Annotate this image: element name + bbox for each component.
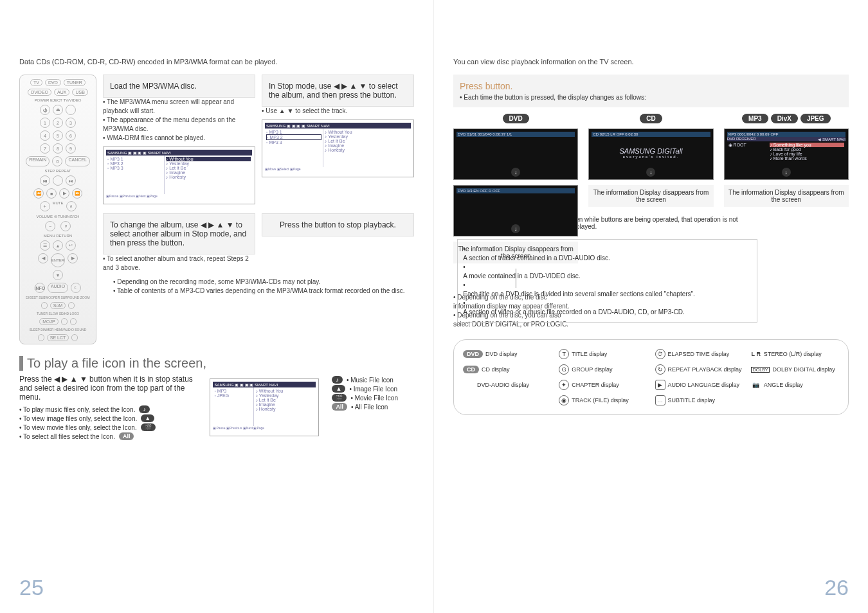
mp3-badge: MP3: [742, 114, 768, 123]
play-icon-lead: Press the ◀ ▶ ▲ ▼ button when it is in s…: [19, 375, 197, 402]
music-file-icon: ♪: [139, 405, 150, 413]
divx-badge: DivX: [771, 114, 798, 123]
press-title: Press button.: [460, 81, 513, 91]
step2-note: • Use ▲ ▼ to select the track.: [262, 107, 414, 116]
step3-note: • To select another album and track, rep…: [103, 254, 255, 272]
legend-music-icon: ♪: [332, 376, 343, 384]
remote-column: TVDVDTUNER DVIDEOAUXUSB POWER EJECT TV/V…: [19, 75, 96, 344]
step3-text: To change the album, use ◀ ▶ ▲ ▼ to sele…: [110, 220, 246, 247]
step-indicator-1a: ↓: [511, 168, 520, 177]
legend-all-icon: All: [332, 403, 347, 411]
mp3-column: MP3 DivX JPEG MP3 0001/0042 0:00:09 OFF …: [724, 114, 849, 329]
definitions-box: • A section of tracks contained in a DVD…: [457, 239, 757, 323]
movie-file-icon: 🎬: [141, 423, 156, 431]
cd-badge: CD: [640, 114, 662, 123]
page-right: You can view disc playback information o…: [434, 0, 868, 613]
step1-notes: • The MP3/WMA menu screen will appear an…: [103, 98, 255, 143]
legend-stereo-icon: L R: [751, 349, 761, 359]
step-indicator-mp3: ↓: [782, 168, 791, 177]
legend-title-icon: T: [559, 349, 569, 359]
footnotes: • Depending on the recording mode, some …: [103, 278, 414, 296]
dvd-badge: DVD: [503, 114, 529, 123]
press-box: Press button. • Each time the button is …: [453, 75, 849, 107]
cd-screen: CD 02/15 LR OFF 0:02:30 SAMSUNG DIGITall…: [588, 129, 713, 180]
step2-box: In Stop mode, use ◀ ▶ ▲ ▼ to select the …: [262, 75, 414, 107]
page-number-left: 25: [19, 575, 44, 600]
screen-sample-1: SAMSUNG ▣ ▣ ▣ ▣ SMART NAVI ◦ MP3 1 ◦ MP3…: [103, 147, 255, 204]
legend-chapter-icon: ✦: [559, 380, 569, 390]
cd-column: CD CD 02/15 LR OFF 0:02:30 SAMSUNG DIGIT…: [588, 114, 713, 329]
screen-sample-3: SAMSUNG ▣ ▣ ▣ ▣ SMART NAVI ◦ MP3 ◦ JPEG …: [210, 378, 319, 436]
page-left: Data CDs (CD-ROM, CD-R, CD-RW) encoded i…: [0, 0, 434, 613]
steps-column: Load the MP3/WMA disc. • The MP3/WMA men…: [103, 75, 414, 344]
legend-repeat-icon: ↻: [655, 364, 665, 375]
intro-left: Data CDs (CD-ROM, CD-R, CD-RW) encoded i…: [19, 58, 414, 66]
play-icon-title: To play a file icon in the screen,: [19, 356, 414, 371]
legend-audiolang-icon: ▶: [655, 380, 665, 390]
legend-box: DVDDVD display TTITLE display ⏱ELAPSED T…: [453, 339, 849, 415]
step3-box: To change the album, use ◀ ▶ ▲ ▼ to sele…: [103, 213, 255, 254]
mp3-info: The information Display disappears from …: [724, 185, 849, 207]
page-number-right: 26: [824, 575, 849, 600]
legend-movie-icon: 🎬: [332, 394, 347, 402]
image-file-icon: ▲: [141, 414, 154, 422]
step4-text: Press the button to stop playback.: [280, 220, 396, 229]
step4-box: Press the button to stop playback.: [262, 213, 414, 236]
legend-track-icon: ◉: [559, 395, 569, 405]
intro-right: You can view disc playback information o…: [453, 58, 849, 66]
dvd-screen-1: DVD 01/01 001/040 0:00:37 1/1 ↓: [453, 129, 578, 180]
step-indicator-1b: ↓: [511, 224, 520, 233]
mp3-screen: MP3 0001/0042 0:00:09 OFF DVD RECEIVER◀ …: [724, 129, 849, 180]
all-file-icon: All: [119, 432, 134, 440]
legend-elapsed-icon: ⏱: [655, 349, 665, 359]
legend-image-icon: ▲: [332, 385, 345, 393]
legend-group-icon: G: [559, 364, 569, 375]
step-indicator-cd: ↓: [646, 168, 655, 177]
step2-text: In Stop mode, use ◀ ▶ ▲ ▼ to select the …: [269, 82, 398, 100]
press-sub: • Each time the button is pressed, the d…: [460, 94, 842, 101]
cd-info: The information Display disappears from …: [588, 185, 713, 207]
remote-control: TVDVDTUNER DVIDEOAUXUSB POWER EJECT TV/V…: [19, 75, 96, 344]
legend-subtitle-icon: …: [655, 395, 665, 405]
screen-sample-2: SAMSUNG ▣ ▣ ▣ ▣ SMART NAVI ◦ MP3 1 ◦ MP3…: [262, 120, 414, 177]
play-icon-section: To play a file icon in the screen, Press…: [19, 356, 414, 441]
legend-dolby-icon: DOLBY: [751, 367, 770, 373]
dvd-screen-2: DVD 1/3 EN OFF D OFF ↓: [453, 185, 578, 236]
step1-box: Load the MP3/WMA disc.: [103, 75, 255, 98]
legend-angle-icon: 📷: [751, 380, 761, 390]
legend-dvd-icon: DVD: [463, 350, 483, 358]
step1-text: Load the MP3/WMA disc.: [110, 82, 197, 91]
legend-cd-icon: CD: [463, 366, 479, 373]
jpeg-badge: JPEG: [800, 114, 831, 123]
